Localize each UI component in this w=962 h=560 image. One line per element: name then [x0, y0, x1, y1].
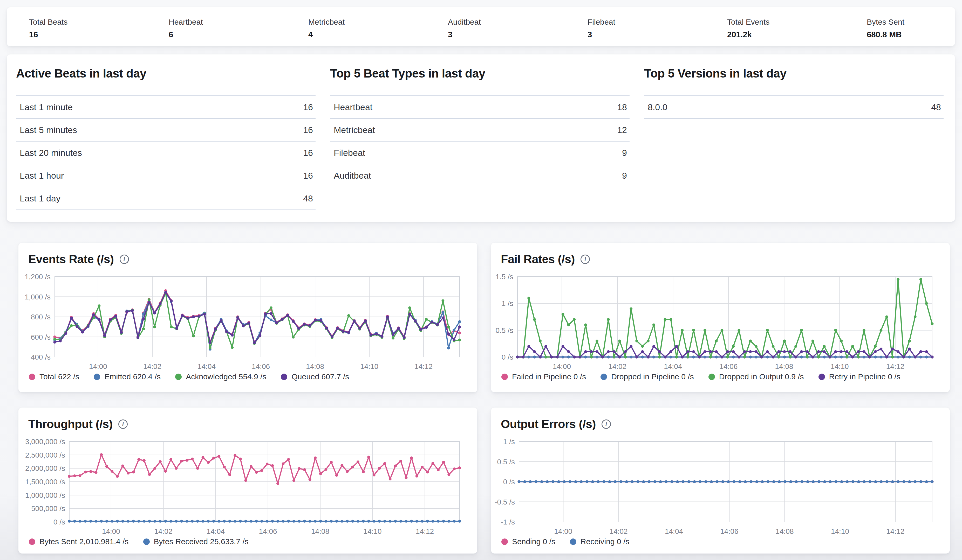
series-acknowledged	[53, 292, 461, 349]
y-axis-tick-label: 1 /s	[502, 299, 513, 307]
legend-item-retry-in-pipeline[interactable]: Retry in Pipeline 0 /s	[818, 372, 901, 381]
x-axis-tick-label: 14:04	[207, 527, 225, 535]
series-queued	[53, 291, 461, 344]
table-row-label: Last 1 minute	[16, 102, 73, 112]
summary-table-rows: Last 1 minute16Last 5 minutes16Last 20 m…	[16, 95, 316, 210]
summary-table-title: Top 5 Versions in last day	[644, 66, 944, 80]
table-row-value: 16	[303, 171, 316, 181]
legend-item-dropped-in-pipeline[interactable]: Dropped in Pipeline 0 /s	[600, 372, 694, 381]
legend-item-queued[interactable]: Queued 607.7 /s	[281, 372, 349, 381]
x-axis-tick-label: 14:00	[554, 527, 572, 535]
output-errors-chart[interactable]: 1 /s0.5 /s0 /s-0.5 /s-1 /s14:0014:0214:0…	[491, 407, 950, 536]
summary-table-title: Top 5 Beat Types in last day	[330, 66, 629, 80]
stat-label: Bytes Sent	[867, 18, 914, 26]
table-row-label: Last 1 day	[16, 193, 60, 204]
x-axis-tick-label: 14:00	[102, 527, 120, 535]
legend-label: Failed in Pipeline 0 /s	[512, 372, 586, 381]
x-axis-tick-label: 14:10	[831, 362, 849, 370]
legend-label: Retry in Pipeline 0 /s	[829, 372, 901, 381]
stat-value: 3	[448, 30, 495, 39]
table-row: Filebeat9	[330, 142, 629, 164]
x-axis-tick-label: 14:08	[311, 527, 329, 535]
x-axis-tick-label: 14:12	[416, 527, 434, 535]
table-row-value: 12	[617, 125, 629, 135]
summary-table-title: Active Beats in last day	[16, 66, 316, 80]
x-axis-tick-label: 14:12	[886, 362, 904, 370]
y-axis-tick-label: 400 /s	[31, 353, 51, 361]
x-axis-tick-label: 14:06	[252, 362, 270, 370]
x-axis-tick-label: 14:08	[775, 362, 793, 370]
legend-item-bytes-sent[interactable]: Bytes Sent 2,010,981.4 /s	[29, 537, 129, 546]
x-axis-tick-label: 14:02	[610, 527, 628, 535]
x-axis-tick-label: 14:04	[197, 362, 216, 370]
legend-label: Emitted 620.4 /s	[104, 372, 161, 381]
stat-label: Total Events	[727, 18, 774, 26]
x-axis-tick-label: 14:04	[665, 527, 683, 535]
stat-value: 6	[169, 30, 215, 39]
legend-dot-icon	[281, 373, 287, 380]
chart-legend: Total 622 /sEmitted 620.4 /sAcknowledged…	[29, 372, 349, 381]
legend-item-total[interactable]: Total 622 /s	[29, 372, 79, 381]
legend-label: Bytes Received 25,633.7 /s	[154, 537, 249, 546]
events-rate-chart[interactable]: 1,200 /s1,000 /s800 /s600 /s400 /s14:001…	[18, 243, 477, 371]
legend-item-acknowledged[interactable]: Acknowledged 554.9 /s	[175, 372, 266, 381]
table-row-value: 9	[622, 148, 629, 158]
legend-dot-icon	[29, 539, 35, 545]
summary-table: Top 5 Beat Types in last dayHeartbeat18M…	[330, 66, 629, 210]
x-axis-tick-label: 14:06	[259, 527, 277, 535]
legend-dot-icon	[709, 373, 715, 380]
throughput-panel: Throughput (/s)i3,000,000 /s2,500,000 /s…	[18, 407, 477, 554]
stat-item-metricbeat: Metricbeat4	[308, 18, 355, 46]
x-axis-tick-label: 14:04	[664, 362, 682, 370]
x-axis-tick-label: 14:12	[886, 527, 904, 535]
y-axis-tick-label: 2,500,000 /s	[25, 451, 65, 459]
stat-value: 4	[308, 30, 355, 39]
stat-value: 16	[29, 30, 76, 39]
chart-legend: Sending 0 /sReceiving 0 /s	[501, 537, 629, 546]
legend-label: Dropped in Output 0.9 /s	[719, 372, 804, 381]
table-row-value: 48	[303, 193, 316, 204]
y-axis-tick-label: 800 /s	[31, 313, 51, 321]
legend-dot-icon	[818, 373, 825, 380]
legend-dot-icon	[501, 373, 508, 380]
legend-label: Queued 607.7 /s	[291, 372, 349, 381]
table-row: Last 5 minutes16	[16, 119, 316, 142]
legend-item-receiving[interactable]: Receiving 0 /s	[570, 537, 629, 546]
throughput-chart[interactable]: 3,000,000 /s2,500,000 /s2,000,000 /s1,50…	[18, 407, 477, 536]
legend-item-bytes-received[interactable]: Bytes Received 25,633.7 /s	[143, 537, 249, 546]
legend-dot-icon	[143, 539, 150, 545]
stat-label: Total Beats	[29, 18, 76, 26]
legend-dot-icon	[570, 539, 576, 545]
legend-item-sending[interactable]: Sending 0 /s	[501, 537, 555, 546]
x-axis-tick-label: 14:00	[89, 362, 107, 370]
x-axis-tick-label: 14:02	[608, 362, 626, 370]
x-axis-tick-label: 14:06	[719, 362, 738, 370]
y-axis-tick-label: 1,000 /s	[25, 293, 51, 301]
x-axis-tick-label: 14:02	[143, 362, 161, 370]
y-axis-tick-label: 0 /s	[502, 353, 513, 361]
fail-rates-chart[interactable]: 1.5 /s1 /s0.5 /s0 /s14:0014:0214:0414:06…	[491, 243, 950, 371]
y-axis-tick-label: 0 /s	[53, 518, 65, 526]
stat-value: 3	[588, 30, 634, 39]
stat-label: Heartbeat	[169, 18, 215, 26]
legend-item-emitted[interactable]: Emitted 620.4 /s	[94, 372, 161, 381]
summary-tables-row: Active Beats in last dayLast 1 minute16L…	[7, 55, 955, 210]
table-row-label: Filebeat	[330, 148, 365, 158]
chart-legend: Bytes Sent 2,010,981.4 /sBytes Received …	[29, 537, 249, 546]
table-row-label: Last 5 minutes	[16, 125, 77, 135]
legend-item-dropped-in-output[interactable]: Dropped in Output 0.9 /s	[709, 372, 804, 381]
legend-dot-icon	[600, 373, 607, 380]
legend-dot-icon	[94, 373, 100, 380]
legend-dot-icon	[29, 373, 35, 380]
stats-summary-card: Total Beats16Heartbeat6Metricbeat4Auditb…	[7, 7, 955, 46]
table-row-label: Metricbeat	[330, 125, 375, 135]
stat-item-bytes-sent: Bytes Sent680.8 MB	[867, 18, 914, 46]
y-axis-tick-label: 1 /s	[503, 438, 515, 446]
output-errors-panel: Output Errors (/s)i1 /s0.5 /s0 /s-0.5 /s…	[491, 407, 950, 554]
x-axis-tick-label: 14:10	[360, 362, 378, 370]
y-axis-tick-label: -1 /s	[501, 518, 515, 526]
table-row-value: 16	[303, 125, 316, 135]
y-axis-tick-label: 1.5 /s	[496, 273, 513, 281]
table-row: Metricbeat12	[330, 119, 629, 142]
legend-item-failed-in-pipeline[interactable]: Failed in Pipeline 0 /s	[501, 372, 586, 381]
